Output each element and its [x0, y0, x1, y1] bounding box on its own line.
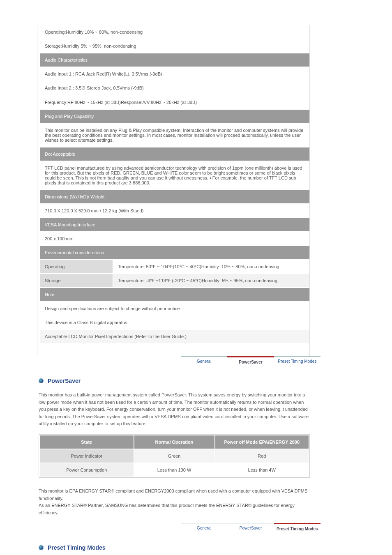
spec-header: Dimensions (WxHxD)/ Weight [40, 190, 309, 203]
spec-row: Audio Input 2 : 3.5∅ Stereo Jack, 0.5Vrm… [40, 81, 309, 95]
section-title: PowerSaver [48, 378, 81, 384]
spec-label: Storage [40, 274, 113, 287]
specifications-table: Operating:Humidity 10% ~ 80%, non-conden… [39, 25, 310, 344]
spec-row: Operating:Humidity 10% ~ 80%, non-conden… [40, 25, 309, 39]
tab-general[interactable]: General [181, 523, 227, 533]
section-tabs-1: General PowerSaver Preset Timing Modes [181, 356, 321, 366]
section-tabs-2: General PowerSaver Preset Timing Modes [181, 523, 321, 533]
spec-header: Dot Acceptable [40, 147, 309, 161]
ps-header: Power off Mode EPA/ENERGY 2000 [215, 435, 309, 449]
spec-header: Audio Characteristics [40, 53, 309, 67]
tab-preset-timing-modes[interactable]: Preset Timing Modes [274, 523, 321, 533]
spec-row: Design and specifications are subject to… [40, 302, 309, 315]
specifications-block: Operating:Humidity 10% ~ 80%, non-conden… [37, 25, 310, 356]
spec-row: TFT LCD panel manufactured by using adva… [40, 161, 309, 189]
powersaver-footer: This monitor is EPA ENERGY STAR® complia… [39, 488, 310, 516]
ps-cell: Power Consumption [40, 463, 134, 477]
spec-header: VESA Mounting Interface [40, 218, 309, 231]
ps-cell: Power Indicator [40, 449, 134, 463]
tab-powersaver[interactable]: PowerSaver [227, 356, 274, 366]
spec-row: Storage:Humidity 5% ~ 95%, non-condensin… [40, 39, 309, 53]
section-heading-powersaver: PowerSaver [39, 378, 355, 384]
powersaver-intro: This monitor has a built-in power manage… [39, 391, 310, 428]
ps-header: Normal Operation [134, 435, 214, 449]
spec-label: Operating [40, 260, 113, 273]
spec-row: Acceptable LCD Monitor Pixel Imperfectio… [40, 330, 309, 343]
bullet-icon [39, 545, 44, 550]
bullet-icon [39, 378, 44, 383]
section-heading-preset-timing: Preset Timing Modes [39, 544, 355, 551]
ps-cell: Green [134, 449, 214, 463]
spec-row: This monitor can be installed on any Plu… [40, 124, 309, 147]
spec-row: This device is a Class B digital apparat… [40, 316, 309, 329]
powersaver-table: State Normal Operation Power off Mode EP… [39, 434, 310, 478]
spec-row: 710.0 X 120.0 X 529.0 mm / 12.2 kg (With… [40, 204, 309, 217]
spec-value: Temperature: -4°F ~113°F (-20°C ~ 45°C)H… [113, 274, 309, 287]
ps-cell: Less than 4W [215, 463, 309, 477]
spec-row: 200 x 100 mm [40, 232, 309, 245]
tab-powersaver[interactable]: PowerSaver [227, 523, 274, 533]
spec-header: Environmental considerations [40, 246, 309, 259]
spec-row: Frequency:RF:80Hz ~ 15kHz (at-3dB)Respon… [40, 96, 309, 109]
section-title: Preset Timing Modes [48, 544, 106, 551]
spec-header: Plug and Play Capability [40, 110, 309, 123]
tab-general[interactable]: General [181, 357, 227, 366]
tab-preset-timing-modes[interactable]: Preset Timing Modes [274, 357, 321, 366]
spec-value: Temperature: 50°F ~ 104°F(10°C ~ 40°C)Hu… [113, 260, 309, 273]
ps-header: State [40, 435, 134, 449]
ps-cell: Less than 130 W [134, 463, 214, 477]
ps-cell: Red [215, 449, 309, 463]
spec-row: Audio Input 1 : RCA Jack Red(R) White(L)… [40, 67, 309, 81]
spec-header: Note: [40, 288, 309, 301]
